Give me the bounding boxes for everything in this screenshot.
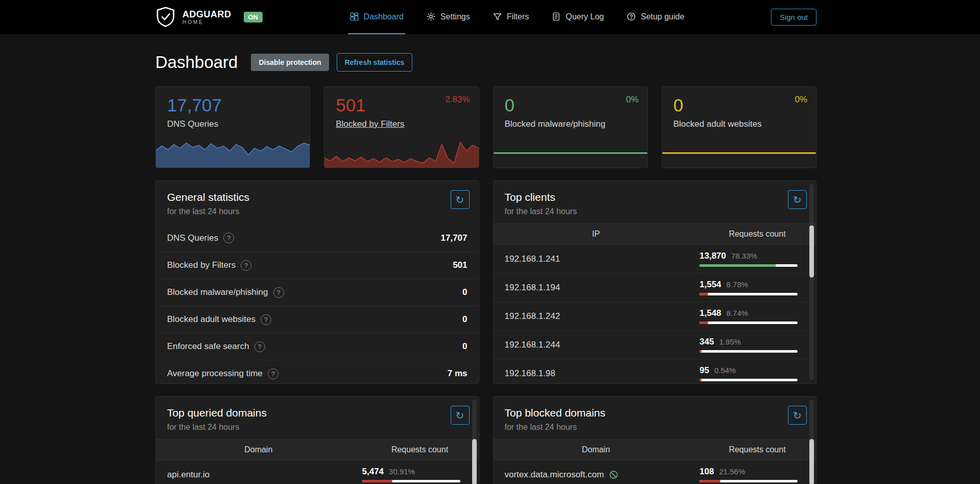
blocked-by-filters-link[interactable]: Blocked by Filters: [336, 119, 404, 129]
stat-row-label: Blocked adult websites: [167, 314, 255, 325]
stat-card-dns-queries: 17,707 DNS Queries: [155, 86, 310, 168]
progress-bar: [699, 480, 798, 482]
general-statistics-table: DNS Queries?17,707Blocked by Filters?501…: [156, 224, 479, 384]
top-clients-card: ↻ Top clients for the last 24 hours IP R…: [493, 180, 817, 384]
nav-item-label: Filters: [507, 12, 529, 21]
progress-fill: [699, 293, 708, 295]
help-icon[interactable]: ?: [268, 368, 278, 379]
progress-fill: [362, 480, 392, 482]
help-icon[interactable]: ?: [223, 233, 234, 243]
top-queried-table: api.entur.io5,47430.91%: [156, 460, 479, 484]
adult-flatline-chart: [662, 152, 816, 154]
table-header: Domain Requests count: [156, 439, 479, 460]
card-title: Top queried domains: [167, 407, 468, 419]
log-icon: [551, 12, 561, 21]
scrollbar-thumb[interactable]: [809, 225, 814, 278]
requests-percent: 8.74%: [727, 309, 749, 317]
brand-name: ADGUARD: [182, 9, 231, 20]
ip-text: 192.168.1.98: [505, 368, 555, 379]
middle-cards-row: ↻ General statistics for the last 24 hou…: [155, 180, 816, 384]
requests-count: 1,548: [699, 308, 721, 318]
scrollbar-thumb[interactable]: [472, 439, 477, 484]
table-header: IP Requests count: [494, 223, 816, 245]
domain-text: api.entur.io: [167, 470, 209, 480]
progress-fill: [699, 480, 720, 482]
protection-status-badge: ON: [244, 12, 263, 22]
refresh-icon: ↻: [456, 410, 464, 421]
brand-subname: HOME: [182, 19, 231, 25]
stat-cards-row: 17,707 DNS Queries 2.83% 501 Blocked by …: [155, 86, 816, 168]
refresh-icon: ↻: [456, 195, 464, 205]
help-icon[interactable]: ?: [254, 341, 265, 352]
progress-bar: [699, 350, 798, 353]
nav-item-settings[interactable]: Settings: [425, 0, 472, 34]
requests-count: 345: [699, 337, 714, 347]
requests-count: 1,554: [699, 280, 721, 290]
help-circle-icon: [626, 12, 636, 21]
help-icon[interactable]: ?: [261, 314, 271, 325]
table-row: vortex.data.microsoft.com10821.56%: [494, 460, 816, 484]
stat-row-value: 501: [453, 260, 467, 270]
nav-item-label: Setup guide: [641, 12, 684, 21]
scrollbar[interactable]: [472, 400, 477, 484]
stat-row: DNS Queries?17,707: [156, 224, 479, 251]
column-header-requests-count: Requests count: [698, 229, 816, 239]
dashboard-icon: [349, 12, 359, 21]
disable-protection-button[interactable]: Disable protection: [251, 54, 329, 71]
help-icon[interactable]: ?: [273, 287, 284, 298]
blocked-filters-sparkline: [324, 139, 479, 168]
refresh-button[interactable]: ↻: [788, 406, 807, 425]
stat-card-blocked-by-filters: 2.83% 501 Blocked by Filters: [324, 86, 479, 168]
requests-percent: 0.54%: [714, 366, 736, 375]
requests-count: 5,474: [362, 467, 384, 477]
nav-item-filters[interactable]: Filters: [491, 0, 531, 34]
nav-item-setup-guide[interactable]: Setup guide: [625, 0, 686, 34]
ip-text: 192.168.1.194: [505, 283, 561, 293]
stat-label: Blocked malware/phishing: [505, 119, 606, 129]
ip-text: 192.168.1.241: [505, 254, 561, 264]
refresh-button[interactable]: ↻: [451, 406, 470, 425]
stat-row-label: Average processing time: [167, 368, 263, 379]
brand[interactable]: ADGUARD HOME ON: [155, 6, 263, 29]
column-header-requests-count: Requests count: [361, 445, 479, 454]
scrollbar[interactable]: [809, 184, 814, 380]
stat-row-value: 0: [462, 341, 467, 352]
column-header-ip: IP: [494, 229, 699, 239]
sign-out-button[interactable]: Sign out: [771, 9, 816, 26]
stat-label: DNS Queries: [167, 119, 218, 129]
table-row: 192.168.1.2421,5488.74%: [494, 302, 816, 331]
progress-bar: [699, 293, 798, 295]
column-header-domain: Domain: [156, 445, 361, 454]
stat-label: Blocked adult websites: [673, 119, 762, 129]
stat-value: 17,707: [167, 95, 310, 116]
stat-card-blocked-malware: 0% 0 Blocked malware/phishing: [493, 86, 648, 168]
progress-bar: [699, 264, 798, 267]
card-subtitle: for the last 24 hours: [167, 207, 468, 216]
stat-row-value: 0: [462, 314, 467, 325]
stat-percent: 0%: [626, 95, 639, 105]
stat-row-label: Blocked by Filters: [167, 260, 236, 270]
main-content: Dashboard Disable protection Refresh sta…: [155, 52, 816, 484]
refresh-statistics-button[interactable]: Refresh statistics: [337, 53, 413, 72]
table-header: Domain Requests count: [494, 439, 816, 460]
column-header-domain: Domain: [494, 445, 699, 454]
top-blocked-domains-card: ↻ Top blocked domains for the last 24 ho…: [493, 396, 817, 484]
refresh-icon: ↻: [793, 195, 802, 205]
nav-item-dashboard[interactable]: Dashboard: [348, 0, 405, 34]
stat-row: Average processing time?7 ms: [156, 360, 479, 384]
scrollbar-thumb[interactable]: [809, 439, 814, 484]
refresh-button[interactable]: ↻: [451, 190, 470, 209]
card-subtitle: for the last 24 hours: [505, 423, 805, 432]
malware-flatline-chart: [494, 152, 647, 154]
refresh-button[interactable]: ↻: [788, 190, 807, 209]
card-subtitle: for the last 24 hours: [167, 423, 468, 432]
progress-fill: [699, 264, 776, 267]
requests-percent: 30.91%: [389, 467, 415, 476]
bottom-cards-row: ↻ Top queried domains for the last 24 ho…: [155, 396, 816, 484]
requests-percent: 21.56%: [719, 467, 745, 476]
nav-item-query-log[interactable]: Query Log: [550, 0, 605, 34]
scrollbar[interactable]: [809, 400, 814, 484]
help-icon[interactable]: ?: [241, 260, 251, 271]
requests-count: 95: [699, 365, 709, 376]
column-header-requests-count: Requests count: [698, 445, 816, 454]
